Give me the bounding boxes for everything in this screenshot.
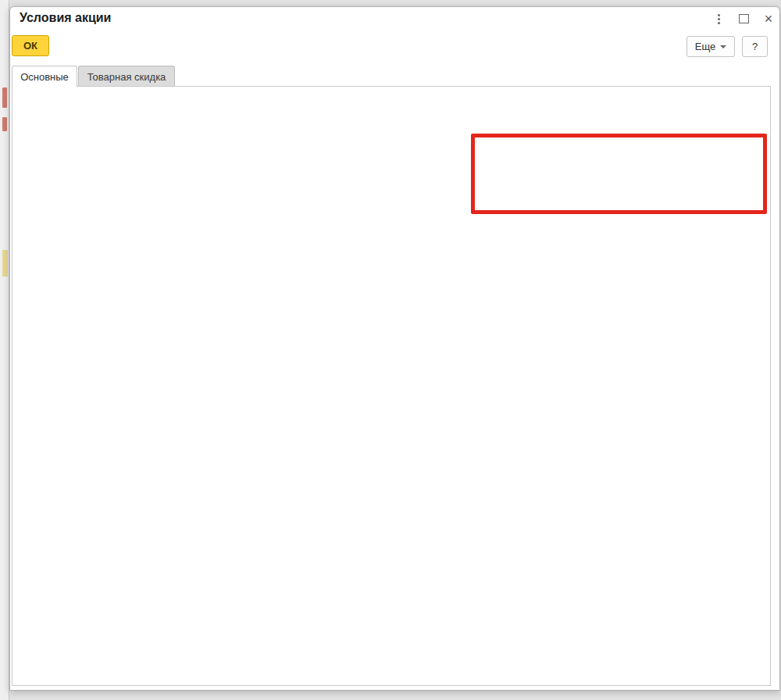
window-menu-icon[interactable] — [710, 11, 727, 27]
background-fragment — [2, 117, 7, 131]
tab-main[interactable]: Основные — [12, 66, 77, 87]
ok-button[interactable]: ОК — [12, 35, 49, 56]
window-title: Условия акции — [20, 11, 111, 25]
chevron-down-icon — [720, 45, 726, 48]
desktop: Условия акции × ОК Еще ? Основные Товарн… — [0, 0, 781, 700]
maximize-icon[interactable] — [735, 11, 752, 27]
more-button-label: Еще — [695, 41, 715, 52]
background-fragment — [2, 250, 8, 277]
promotion-conditions-window: Условия акции × ОК Еще ? Основные Товарн… — [9, 6, 780, 691]
tab-content-panel — [12, 86, 771, 686]
close-icon[interactable]: × — [760, 11, 777, 27]
help-button[interactable]: ? — [742, 36, 768, 57]
background-fragment — [2, 88, 7, 108]
more-button[interactable]: Еще — [686, 36, 735, 57]
tab-product-discount[interactable]: Товарная скидка — [78, 66, 175, 87]
